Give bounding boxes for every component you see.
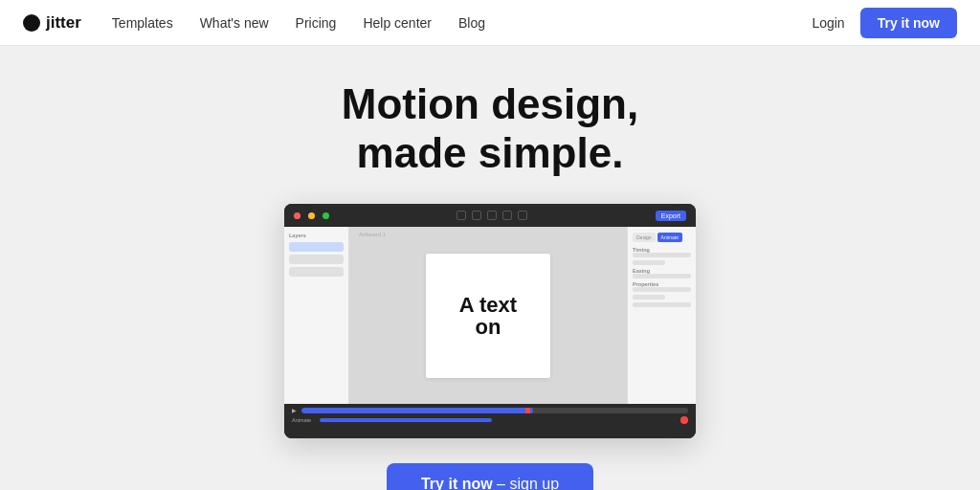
app-body: Layers Artboard 1 A text on Design Anima…	[284, 227, 696, 404]
try-now-button-nav[interactable]: Try it now	[860, 8, 957, 38]
titlebar-tool-icon-2	[472, 211, 481, 220]
logo-dot-icon	[23, 14, 40, 32]
layers-panel: Layers	[284, 227, 349, 404]
navbar-right: Login Try it now	[812, 8, 957, 38]
panel-tabs: Design Animate	[633, 233, 691, 242]
titlebar-export-button[interactable]: Export	[656, 211, 686, 221]
timeline-playhead	[525, 408, 530, 413]
app-titlebar: Export	[284, 204, 696, 227]
nav-link-blog[interactable]: Blog	[458, 15, 485, 31]
timeline-fill	[301, 408, 533, 413]
brand-name: jitter	[46, 13, 81, 33]
nav-link-help-center[interactable]: Help center	[363, 15, 432, 31]
nav-link-templates[interactable]: Templates	[112, 15, 173, 31]
canvas-text-line2: on	[476, 317, 501, 338]
cta-section: Try it now – sign up	[387, 463, 593, 490]
layer-item-1[interactable]	[289, 242, 344, 252]
timing-bar-half	[633, 260, 665, 265]
titlebar-tool-icon	[457, 211, 466, 220]
properties-panel: Design Animate Timing Easing Properties	[627, 227, 696, 404]
login-button[interactable]: Login	[812, 15, 844, 31]
timeline-track-label: Animate	[292, 417, 311, 423]
timeline: ▶ Animate	[284, 404, 696, 438]
canvas-frame: A text on	[426, 254, 550, 378]
timeline-label: ▶	[292, 408, 297, 413]
app-preview: Export Layers Artboard 1 A text on	[284, 204, 696, 438]
cta-light-text: – sign up	[493, 476, 559, 490]
animate-tab[interactable]: Animate	[657, 233, 682, 242]
cta-try-now-button[interactable]: Try it now – sign up	[387, 463, 593, 490]
timeline-record-button[interactable]	[680, 416, 688, 424]
titlebar-maximize-icon	[323, 212, 329, 219]
titlebar-tool-icon-3	[487, 211, 497, 220]
canvas-label: Artboard 1	[359, 232, 386, 237]
properties-bar-3	[633, 302, 691, 307]
nav-link-whats-new[interactable]: What's new	[200, 15, 269, 31]
hero-section: Motion design, made simple. Export Layer…	[0, 46, 980, 490]
timeline-controls: ▶	[292, 408, 688, 413]
nav-links: Templates What's new Pricing Help center…	[112, 15, 813, 31]
timeline-row2: Animate	[292, 416, 688, 424]
layer-item-3[interactable]	[289, 267, 344, 277]
brand-logo[interactable]: jitter	[23, 13, 81, 33]
easing-bar	[633, 274, 691, 278]
canvas-area: Artboard 1 A text on	[349, 227, 627, 404]
titlebar-center-icons	[337, 211, 648, 220]
layers-panel-label: Layers	[289, 233, 344, 238]
design-tab[interactable]: Design	[633, 233, 656, 242]
nav-link-pricing[interactable]: Pricing	[296, 15, 337, 31]
properties-bar-2	[633, 295, 665, 300]
properties-bar-1	[633, 287, 691, 292]
cta-bold-text: Try it now	[421, 476, 493, 490]
titlebar-close-icon	[294, 212, 301, 219]
canvas-text-line1: A text	[459, 294, 517, 317]
titlebar-tool-icon-4	[502, 211, 512, 220]
navbar: jitter Templates What's new Pricing Help…	[0, 0, 980, 46]
titlebar-minimize-icon	[308, 212, 315, 219]
timing-bar-full	[633, 253, 691, 257]
titlebar-tool-icon-5	[518, 211, 527, 220]
timeline-animation-bar	[320, 418, 492, 422]
hero-title: Motion design, made simple.	[342, 80, 638, 177]
layer-item-2[interactable]	[289, 255, 344, 264]
timeline-track[interactable]	[301, 408, 688, 413]
